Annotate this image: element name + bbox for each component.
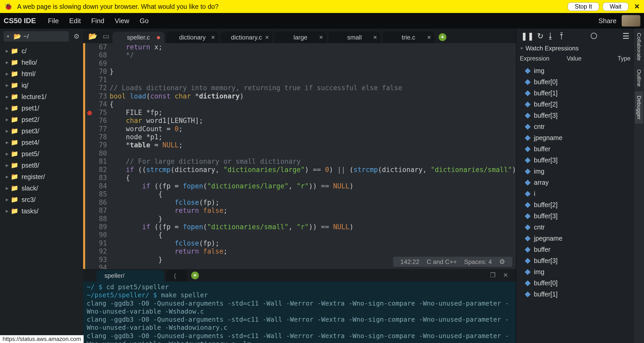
step-into-icon[interactable]: ⭳ xyxy=(547,31,554,40)
folder-icon: 📁 xyxy=(11,139,18,146)
share-button[interactable]: Share xyxy=(599,17,616,25)
watch-item[interactable]: buffer[1] xyxy=(516,88,634,99)
watch-expression-label: array xyxy=(534,179,549,186)
diamond-icon xyxy=(525,157,531,163)
rail-collaborate[interactable]: Collaborate xyxy=(635,29,643,65)
close-icon[interactable]: ✕ xyxy=(503,272,508,279)
watch-item[interactable]: buffer[2] xyxy=(516,199,634,210)
watch-item[interactable]: img xyxy=(516,65,634,76)
menu-find[interactable]: Find xyxy=(91,17,104,25)
watch-expression-label: buffer[0] xyxy=(534,78,558,86)
close-tab-icon[interactable]: ✕ xyxy=(265,34,269,41)
folder-icon: 📁 xyxy=(11,150,18,157)
wait-button[interactable]: Wait xyxy=(603,2,628,11)
stop-it-button[interactable]: Stop It xyxy=(568,2,599,11)
tab-large[interactable]: large✕ xyxy=(274,32,326,43)
watch-item[interactable]: buffer[0] xyxy=(516,76,634,88)
tree-item-pset2[interactable]: ▶📁pset2/ xyxy=(6,114,83,125)
close-tab-icon[interactable]: ✕ xyxy=(427,34,431,41)
menu-edit[interactable]: Edit xyxy=(69,17,81,25)
tree-item-pset4[interactable]: ▶📁pset4/ xyxy=(6,137,83,148)
watch-item[interactable]: buffer[3] xyxy=(516,110,634,121)
chevron-down-icon: ▼ xyxy=(520,46,524,50)
step-out-icon[interactable]: ⭱ xyxy=(558,31,566,40)
rail-outline[interactable]: Outline xyxy=(635,65,643,91)
panel-icon[interactable]: ▭ xyxy=(103,32,109,41)
diamond-icon xyxy=(525,213,531,219)
tree-item-lecture1[interactable]: ▶📁lecture1/ xyxy=(6,91,83,102)
tab-speller-c[interactable]: speller.c● xyxy=(112,32,164,43)
tree-item-slack[interactable]: ▶📁slack/ xyxy=(6,182,83,194)
tab-dictionary[interactable]: dictionary✕ xyxy=(166,32,218,43)
add-terminal-button[interactable]: + xyxy=(191,272,199,279)
terminal-tab-empty[interactable]: ( xyxy=(166,270,187,281)
watch-item[interactable]: img xyxy=(516,166,634,177)
tree-item-register[interactable]: ▶📁register/ xyxy=(6,171,83,182)
maximize-icon[interactable]: ❐ xyxy=(490,272,496,279)
close-warning-icon[interactable]: ✕ xyxy=(634,3,640,11)
breakpoint-icon[interactable] xyxy=(87,111,92,115)
tab-small[interactable]: small✕ xyxy=(328,32,380,43)
watch-item[interactable]: buffer xyxy=(516,143,634,155)
rail-debugger[interactable]: Debugger xyxy=(635,91,643,124)
watch-section-header[interactable]: ▼ Watch Expressions xyxy=(516,43,634,54)
tree-item-src3[interactable]: ▶📁src3/ xyxy=(6,194,83,205)
watch-item[interactable]: jpegname xyxy=(516,132,634,143)
gear-icon[interactable]: ⚙ xyxy=(73,32,79,41)
workspace-root[interactable]: ▼ 📂 ~/ xyxy=(4,31,69,42)
folder-icon: 📁 xyxy=(11,127,18,135)
language-mode[interactable]: C and C++ xyxy=(427,258,457,266)
hdr-type: Type xyxy=(601,55,630,62)
close-tab-icon[interactable]: ✕ xyxy=(373,34,377,41)
watch-item[interactable]: cntr xyxy=(516,222,634,233)
stop-icon[interactable] xyxy=(591,33,597,39)
tree-item-pset5[interactable]: ▶📁pset5/ xyxy=(6,148,83,160)
watch-item[interactable]: buffer[3] xyxy=(516,210,634,222)
folder-icon: 📁 xyxy=(11,93,18,100)
menu-icon[interactable]: ☰ xyxy=(622,31,629,41)
watch-item[interactable]: jpegname xyxy=(516,233,634,244)
menu-go[interactable]: Go xyxy=(140,17,149,25)
tab-label: speller.c xyxy=(127,34,150,41)
watch-expression-label: buffer xyxy=(534,145,550,153)
chevron-right-icon: ▶ xyxy=(6,117,9,122)
tree-item-pset1[interactable]: ▶📁pset1/ xyxy=(6,102,83,114)
debugger-panel: ❚❚ ↻ ⭳ ⭱ ☰ ▼ Watch Expressions Expressio… xyxy=(516,29,634,343)
gear-icon[interactable]: ⚙ xyxy=(499,258,505,266)
tree-item-c[interactable]: ▶📁c/ xyxy=(6,45,83,57)
tree-item-html[interactable]: ▶📁html/ xyxy=(6,68,83,80)
tree-item-hello[interactable]: ▶📁hello/ xyxy=(6,57,83,68)
tree-item-iq[interactable]: ▶📁iq/ xyxy=(6,80,83,91)
watch-item[interactable]: cntr xyxy=(516,121,634,132)
tree-item-tasks[interactable]: ▶📁tasks/ xyxy=(6,205,83,217)
watch-item[interactable]: buffer[3] xyxy=(516,255,634,266)
watch-item[interactable]: buffer[2] xyxy=(516,99,634,110)
pause-icon[interactable]: ❚❚ xyxy=(521,31,534,41)
indent-mode[interactable]: Spaces: 4 xyxy=(464,258,492,266)
diamond-icon xyxy=(525,124,531,130)
terminal-tab[interactable]: speller/ xyxy=(97,270,164,281)
watch-item[interactable]: buffer[0] xyxy=(516,278,634,289)
watch-item[interactable]: buffer[3] xyxy=(516,155,634,166)
terminal-output[interactable]: ~/ $ cd pset5/speller~/pset5/speller/ $ … xyxy=(83,281,516,343)
menu-view[interactable]: View xyxy=(115,17,129,25)
tab-dictionary-c[interactable]: dictionary.c✕ xyxy=(220,32,272,43)
watch-item[interactable]: i xyxy=(516,188,634,199)
tree-item-pset8[interactable]: ▶📁pset8/ xyxy=(6,160,83,171)
tree-item-pset3[interactable]: ▶📁pset3/ xyxy=(6,125,83,137)
tab-trie-c[interactable]: trie.c✕ xyxy=(383,32,434,43)
avatar[interactable] xyxy=(622,15,640,27)
close-tab-icon[interactable]: ✕ xyxy=(211,34,215,41)
watch-item[interactable]: buffer xyxy=(516,244,634,255)
watch-item[interactable]: array xyxy=(516,177,634,188)
menu-file[interactable]: File xyxy=(48,17,59,25)
watch-item[interactable]: img xyxy=(516,266,634,278)
folder-open-icon[interactable]: 📂 xyxy=(88,32,97,41)
step-over-icon[interactable]: ↻ xyxy=(537,31,544,41)
close-tab-icon[interactable]: ✕ xyxy=(319,34,323,41)
add-tab-button[interactable]: + xyxy=(439,33,446,41)
code-editor[interactable]: 6768697071727374757677787980818283848586… xyxy=(83,43,516,269)
watch-item[interactable]: buffer[1] xyxy=(516,289,634,300)
tree-item-label: pset4/ xyxy=(22,139,39,146)
tree-item-label: slack/ xyxy=(22,184,38,192)
